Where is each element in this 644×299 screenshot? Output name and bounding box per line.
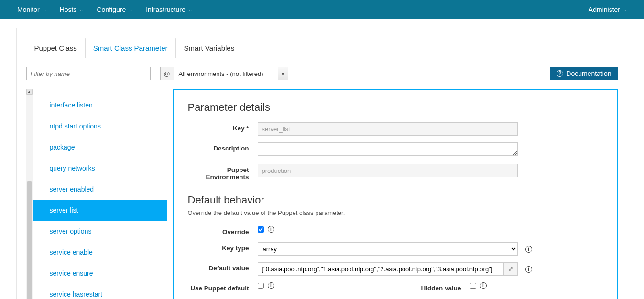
row-hidden-value: Hidden value i xyxy=(407,282,603,292)
chevron-down-icon: ⌄ xyxy=(188,7,192,12)
tab-smart-variables[interactable]: Smart Variables xyxy=(176,38,243,58)
nav-configure[interactable]: Configure⌄ xyxy=(91,1,138,18)
sidebar-item-server-enabled[interactable]: server enabled xyxy=(33,179,167,200)
row-use-puppet-default: Use Puppet default i xyxy=(188,282,384,292)
label-use-puppet-default: Use Puppet default xyxy=(188,282,258,292)
parameter-list: interface listen ntpd start options pack… xyxy=(33,95,167,299)
top-nav: Monitor⌄ Hosts⌄ Configure⌄ Infrastructur… xyxy=(0,0,644,19)
default-value-input[interactable] xyxy=(258,262,503,276)
row-default-value: Default value ⤢ i xyxy=(188,262,603,276)
info-icon[interactable]: i xyxy=(268,282,274,289)
body-row: ▲ interface listen ntpd start options pa… xyxy=(26,89,618,299)
button-label: Documentation xyxy=(566,70,611,77)
help-icon: ? xyxy=(557,70,563,77)
info-icon[interactable]: i xyxy=(525,246,532,253)
info-icon[interactable]: i xyxy=(268,226,274,233)
key-type-select[interactable]: array xyxy=(258,242,518,256)
sidebar-item-service-ensure[interactable]: service ensure xyxy=(33,263,167,284)
chevron-down-icon: ⌄ xyxy=(623,7,627,12)
section-default-behavior: Default behavior xyxy=(188,194,603,206)
section-default-behavior-sub: Override the default value of the Puppet… xyxy=(188,209,603,216)
environment-selector: @ All environments - (not filtered) ▾ xyxy=(160,67,288,80)
sidebar-item-package[interactable]: package xyxy=(33,137,167,158)
row-key: Key * xyxy=(188,122,603,136)
scroll-up-button[interactable]: ▲ xyxy=(26,89,33,95)
puppet-environments-input xyxy=(258,164,518,177)
label-key: Key * xyxy=(188,122,258,132)
info-icon[interactable]: i xyxy=(525,266,532,273)
toolbar-row: @ All environments - (not filtered) ▾ ? … xyxy=(26,67,618,80)
sidebar-item-interface-listen[interactable]: interface listen xyxy=(33,95,167,116)
nav-label: Configure xyxy=(97,6,126,13)
expand-button[interactable]: ⤢ xyxy=(503,262,518,276)
chevron-down-icon: ⌄ xyxy=(79,7,83,12)
row-puppet-environments: Puppet Environments xyxy=(188,164,603,181)
tabs-bar: Puppet Class Smart Class Parameter Smart… xyxy=(26,37,618,58)
nav-administer[interactable]: Administer⌄ xyxy=(583,1,633,18)
page-container: Puppet Class Smart Class Parameter Smart… xyxy=(16,28,628,299)
at-icon: @ xyxy=(160,67,174,80)
scroll-area: interface listen ntpd start options pack… xyxy=(26,95,167,299)
scrollbar-thumb[interactable] xyxy=(27,181,32,299)
expand-icon: ⤢ xyxy=(508,266,513,272)
nav-infrastructure[interactable]: Infrastructure⌄ xyxy=(140,1,197,18)
nav-label: Infrastructure xyxy=(146,6,185,13)
info-icon[interactable]: i xyxy=(480,282,487,289)
nav-label: Administer xyxy=(589,6,620,13)
sidebar-item-service-enable[interactable]: service enable xyxy=(33,242,167,263)
hidden-value-checkbox[interactable] xyxy=(470,283,476,289)
row-key-type: Key type array i xyxy=(188,242,603,256)
environment-select[interactable]: All environments - (not filtered) xyxy=(174,67,278,80)
label-description: Description xyxy=(188,142,258,152)
parameter-panel: Parameter details Key * Description Pupp… xyxy=(173,89,618,299)
nav-label: Monitor xyxy=(17,6,40,13)
section-parameter-details: Parameter details xyxy=(188,101,603,114)
label-hidden-value: Hidden value xyxy=(407,282,470,292)
sidebar-item-server-options[interactable]: server options xyxy=(33,221,167,242)
scrollbar[interactable] xyxy=(26,95,33,299)
nav-monitor[interactable]: Monitor⌄ xyxy=(11,1,52,18)
row-override: Override i xyxy=(188,226,603,235)
row-description: Description xyxy=(188,142,603,157)
sidebar-item-query-networks[interactable]: query networks xyxy=(33,158,167,179)
top-nav-right: Administer⌄ xyxy=(583,1,633,18)
label-default-value: Default value xyxy=(188,262,258,272)
documentation-button[interactable]: ? Documentation xyxy=(550,67,618,80)
sidebar-item-service-hasrestart[interactable]: service hasrestart xyxy=(33,284,167,299)
row-puppet-hidden: Use Puppet default i Hidden value i xyxy=(188,282,603,292)
label-puppet-environments: Puppet Environments xyxy=(188,164,258,181)
nav-label: Hosts xyxy=(60,6,77,13)
sidebar-item-ntpd-start-options[interactable]: ntpd start options xyxy=(33,116,167,137)
label-override: Override xyxy=(188,226,258,235)
label-key-type: Key type xyxy=(188,242,258,252)
tab-smart-class-parameter[interactable]: Smart Class Parameter xyxy=(85,38,176,58)
environment-dropdown-toggle[interactable]: ▾ xyxy=(278,67,288,80)
top-nav-left: Monitor⌄ Hosts⌄ Configure⌄ Infrastructur… xyxy=(11,1,198,18)
description-input[interactable] xyxy=(258,142,518,156)
tab-puppet-class[interactable]: Puppet Class xyxy=(26,38,85,58)
override-checkbox[interactable] xyxy=(258,226,264,233)
filter-input[interactable] xyxy=(26,67,151,80)
sidebar-item-server-list[interactable]: server list xyxy=(33,200,167,221)
nav-hosts[interactable]: Hosts⌄ xyxy=(54,1,89,18)
key-input xyxy=(258,122,518,136)
use-puppet-default-checkbox[interactable] xyxy=(258,283,264,289)
chevron-down-icon: ⌄ xyxy=(129,7,132,12)
sidebar: ▲ interface listen ntpd start options pa… xyxy=(26,89,167,299)
chevron-down-icon: ⌄ xyxy=(43,7,46,12)
